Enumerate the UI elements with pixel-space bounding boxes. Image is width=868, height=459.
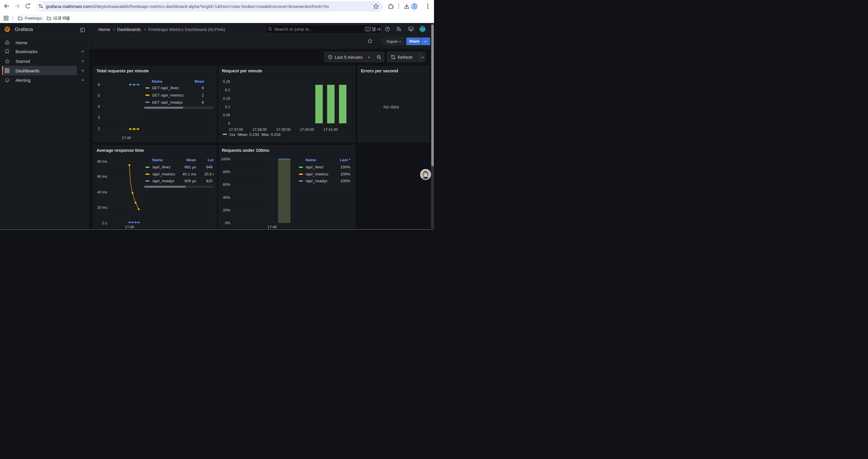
svg-text:GET /api/_/readyz: GET /api/_/readyz (152, 100, 183, 104)
svg-text:80 ms: 80 ms (97, 159, 107, 163)
svg-text:2: 2 (98, 127, 100, 131)
svg-text:/api/_/metrics: /api/_/metrics (152, 172, 175, 176)
svg-text:Name: Name (152, 79, 162, 84)
svg-text:/api/_/metrics: /api/_/metrics (306, 172, 329, 176)
svg-text:Last *: Last * (340, 157, 351, 162)
svg-text:0.05: 0.05 (223, 113, 230, 117)
svg-text:0.2: 0.2 (225, 88, 230, 92)
svg-text:2xx: 2xx (229, 132, 236, 137)
svg-text:4: 4 (98, 104, 100, 109)
svg-text:100%: 100% (340, 172, 350, 176)
svg-text:0.1: 0.1 (225, 105, 230, 109)
svg-text:17:40: 17:40 (121, 136, 131, 140)
svg-text:100%: 100% (221, 157, 230, 161)
svg-text:6: 6 (98, 83, 100, 87)
svg-text:80%: 80% (223, 169, 230, 174)
svg-text:Max: 0.233: Max: 0.233 (261, 132, 280, 137)
svg-text:646: 646 (206, 165, 212, 169)
svg-text:60%: 60% (223, 182, 230, 186)
svg-text:/api/_/readyz: /api/_/readyz (152, 179, 174, 183)
svg-text:/api/_/livez: /api/_/livez (152, 165, 170, 169)
svg-text:GET /api/_/metrics: GET /api/_/metrics (152, 93, 184, 97)
svg-text:17:38:00: 17:38:00 (252, 128, 267, 132)
svg-text:17:37:00: 17:37:00 (229, 128, 243, 132)
svg-text:Mean: 0.233: Mean: 0.233 (238, 132, 259, 137)
svg-text:20 ms: 20 ms (97, 205, 107, 210)
svg-text:661 µs: 661 µs (184, 165, 196, 169)
svg-text:6: 6 (202, 86, 204, 90)
svg-text:100%: 100% (340, 179, 350, 183)
svg-text:0: 0 (228, 121, 230, 126)
svg-text:60 ms: 60 ms (97, 174, 107, 178)
svg-text:17:39:00: 17:39:00 (276, 128, 291, 132)
svg-text:0.25: 0.25 (223, 80, 230, 84)
svg-text:5: 5 (98, 94, 100, 98)
svg-text:Mean: Mean (194, 79, 204, 84)
svg-text:20%: 20% (223, 208, 230, 212)
svg-text:2: 2 (202, 93, 204, 97)
svg-text:/api/_/readyz: /api/_/readyz (306, 179, 327, 183)
svg-text:40.1 ms: 40.1 ms (182, 172, 196, 176)
svg-text:6: 6 (202, 100, 204, 104)
svg-text:620: 620 (206, 179, 212, 183)
svg-text:17:41:00: 17:41:00 (323, 128, 338, 132)
svg-text:17:40:00: 17:40:00 (300, 128, 314, 132)
svg-text:Name: Name (306, 157, 316, 162)
svg-text:40%: 40% (223, 195, 230, 199)
svg-text:/api/_/livez: /api/_/livez (306, 165, 323, 169)
svg-text:0%: 0% (225, 221, 230, 225)
svg-text:Name: Name (152, 157, 162, 162)
svg-text:GET /api/_/livez: GET /api/_/livez (152, 86, 179, 90)
svg-text:0 s: 0 s (102, 221, 107, 225)
svg-text:0.15: 0.15 (223, 97, 230, 101)
svg-text:100%: 100% (340, 165, 350, 169)
svg-text:Mean: Mean (186, 157, 196, 162)
svg-text:3: 3 (98, 116, 100, 120)
svg-text:40 ms: 40 ms (97, 190, 107, 194)
svg-text:605 µs: 605 µs (184, 179, 196, 183)
